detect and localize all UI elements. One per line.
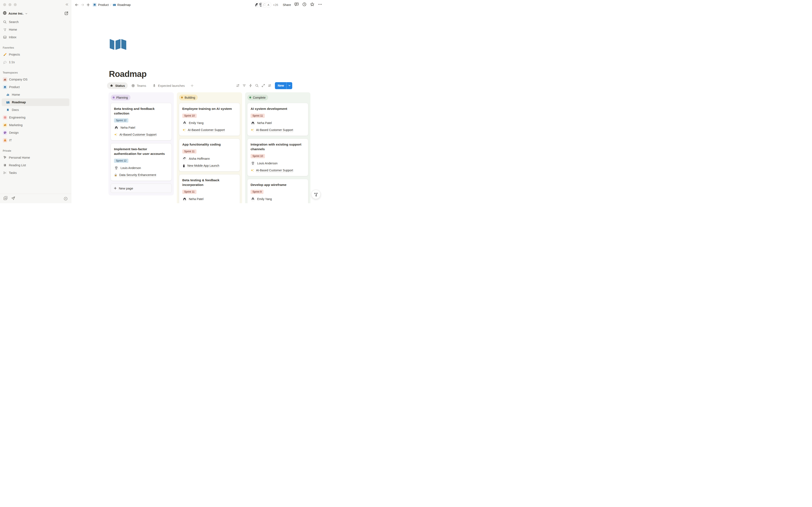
lightning-icon[interactable] [248, 83, 253, 89]
search-view-icon[interactable] [254, 83, 260, 89]
card-title: Implement two-factor authentication for … [114, 147, 168, 156]
card-relation-link[interactable]: AI-Based Customer Support [251, 128, 305, 132]
add-view-icon[interactable] [189, 83, 195, 89]
sidebar-item-label: Design [9, 131, 18, 134]
forward-arrow-icon[interactable] [80, 2, 85, 8]
notion-ai-button[interactable] [311, 190, 320, 199]
sidebar-item-docs[interactable]: Docs [0, 106, 71, 114]
board-card-integration-with-existing-support-channels[interactable]: Integration with existing support channe… [247, 138, 308, 176]
top-bar-right: A +26 Share [254, 2, 322, 8]
svg-text:?: ? [65, 198, 66, 200]
window-controls[interactable] [3, 3, 17, 6]
breadcrumb-product[interactable]: Product [93, 3, 109, 7]
minimize-window-icon[interactable] [8, 3, 11, 6]
sidebar-item-search[interactable]: Search [0, 18, 71, 26]
main-area: Product/Roadmap A +26 Share Roadmap Stat… [71, 0, 326, 203]
sparkles-icon [114, 133, 117, 137]
page-content: Roadmap StatusTeamsExpected launches New [71, 9, 326, 203]
board-card-employee-training-on-ai-system[interactable]: Employee training on AI systemSprint 10E… [179, 103, 240, 136]
new-dropdown-button[interactable] [287, 84, 292, 87]
comments-icon[interactable] [294, 2, 299, 7]
presence-avatars[interactable]: A [254, 2, 271, 8]
sidebar-item-inbox[interactable]: Inbox [0, 34, 71, 41]
sidebar-item-engineering[interactable]: Engineering [0, 114, 71, 121]
sidebar-item-projects[interactable]: Projects [0, 51, 71, 58]
new-button[interactable]: New [275, 84, 286, 87]
collapse-sidebar-icon[interactable]: « [65, 1, 68, 7]
bookmark-icon [6, 108, 10, 112]
new-page-button[interactable]: New page [111, 183, 172, 193]
new-page-icon[interactable] [85, 2, 91, 8]
send-icon[interactable] [11, 196, 15, 201]
avatar [182, 121, 187, 125]
updates-clock-icon[interactable] [302, 2, 307, 7]
breadcrumb-roadmap[interactable]: Roadmap [113, 3, 131, 7]
column-status-badge[interactable]: Building [179, 95, 198, 100]
sidebar-item-roadmap[interactable]: Roadmap [2, 99, 69, 106]
sidebar-item-company-os[interactable]: Company OS [0, 76, 71, 83]
sidebar-item-1-1s[interactable]: 1:1s [0, 58, 71, 66]
card-relation-link[interactable]: AI-Based Customer Support [182, 128, 237, 132]
sidebar-item-home[interactable]: Home [0, 26, 71, 34]
sidebar-item-design[interactable]: Design [0, 129, 71, 136]
card-relation-link[interactable]: AI-Based Customer Support [114, 133, 168, 137]
sidebar-item-label: Reading List [9, 164, 26, 167]
tab-teams[interactable]: Teams [129, 82, 149, 89]
settings-sliders-icon[interactable] [267, 83, 272, 89]
sidebar-item-tasks[interactable]: Tasks [0, 169, 71, 177]
card-relation-link[interactable]: Data Security Enhancement [114, 173, 168, 177]
sidebar-item-label: Home [12, 93, 20, 96]
tab-label: Status [115, 84, 125, 88]
more-icon[interactable] [318, 2, 322, 7]
relation-label: New Mobile App Launch [187, 164, 219, 168]
sidebar-item-personal-home[interactable]: Personal Home [0, 154, 71, 161]
sort-icon[interactable] [235, 83, 241, 89]
board-card-beta-testing-and-feedback-collection[interactable]: Beta testing and feedback collectionSpri… [111, 103, 172, 140]
tab-status[interactable]: Status [107, 82, 128, 89]
page-title[interactable]: Roadmap [109, 69, 147, 79]
relation-label: AI-Based Customer Support [119, 133, 156, 137]
board-card-app-functionality-coding[interactable]: App functionality codingSprint 11Aisha H… [179, 138, 240, 172]
expand-icon[interactable] [260, 83, 266, 89]
workspace-switcher[interactable]: Acme Inc. [3, 10, 68, 17]
search-icon [3, 20, 7, 24]
share-button[interactable]: Share [283, 3, 291, 7]
sprint-tag: Sprint 11 [182, 190, 196, 194]
board-card-implement-two-factor-authentication-for-user-accounts[interactable]: Implement two-factor authentication for … [111, 143, 172, 181]
status-dot [113, 97, 115, 99]
avatar [251, 121, 255, 125]
sidebar-item-label: Product [9, 86, 20, 89]
board-card-beta-testing-feedback-incorporation[interactable]: Beta testing & feedback incorporationSpr… [179, 174, 240, 203]
sidebar-item-label: Search [9, 20, 18, 24]
sidebar-item-marketing[interactable]: Marketing [0, 121, 71, 129]
board-card-ai-system-development[interactable]: AI system developmentSprint 11Neha Patel… [247, 103, 308, 136]
sidebar-item-home[interactable]: Home [0, 91, 71, 99]
calendar-icon[interactable]: 28 [3, 196, 8, 201]
card-relation-link[interactable]: New Mobile App Launch [182, 164, 237, 168]
face-icon [3, 28, 7, 32]
sidebar-item-product[interactable]: Product [0, 83, 71, 91]
back-arrow-icon[interactable] [74, 2, 80, 8]
sidebar-item-label: Projects [9, 53, 20, 56]
favorite-star-icon[interactable] [310, 2, 314, 7]
close-window-icon[interactable] [3, 3, 6, 6]
column-status-badge[interactable]: Planning [111, 95, 131, 100]
page-icon-map[interactable] [109, 38, 126, 51]
sidebar-item-label: Tasks [9, 171, 17, 174]
pizza-icon [3, 156, 7, 159]
help-icon[interactable]: ? [64, 197, 68, 201]
compose-icon[interactable] [64, 11, 68, 15]
board-card-develop-app-wireframe[interactable]: Develop app wireframeSprint 9Emily Yang [247, 179, 308, 203]
sidebar-item-reading-list[interactable]: Reading List [0, 161, 71, 169]
sidebar-item-it[interactable]: IT [0, 136, 71, 144]
zoom-window-icon[interactable] [14, 3, 17, 6]
new-button-group: New [275, 82, 292, 89]
filter-icon[interactable] [241, 83, 247, 89]
column-status-badge[interactable]: Complete [247, 95, 268, 100]
card-assignee: Neha Patel [182, 197, 237, 201]
card-relation-link[interactable]: AI-Based Customer Support [251, 169, 305, 172]
tab-expected-launches[interactable]: Expected launches [150, 82, 188, 89]
sidebar-item-label: Engineering [9, 116, 26, 119]
sprint-tag: Sprint 12 [114, 118, 129, 122]
avatar[interactable]: A [266, 2, 271, 8]
